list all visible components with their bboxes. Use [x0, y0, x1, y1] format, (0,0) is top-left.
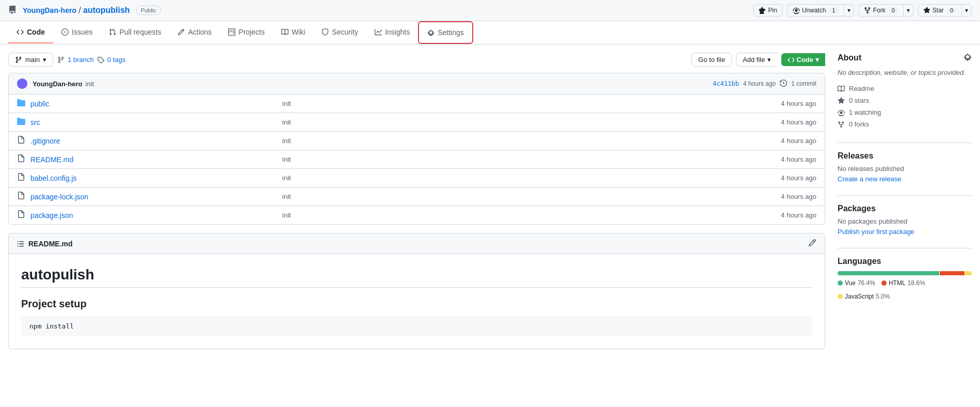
file-name[interactable]: .gitignore [30, 137, 277, 145]
tab-insights-label: Insights [385, 28, 410, 36]
fork-button[interactable]: Fork 0 [858, 4, 903, 17]
languages-section: Languages Vue 76.4% HTML 18.6% [838, 257, 972, 300]
unwatch-button[interactable]: Unwatch 1 [787, 4, 844, 17]
vue-label: Vue [845, 279, 856, 287]
vue-dot [838, 280, 843, 286]
table-row: src init 4 hours ago [9, 113, 825, 132]
watching-count-text[interactable]: 1 watching [849, 108, 881, 116]
file-time: 4 hours ago [781, 100, 816, 107]
tab-security-label: Security [332, 28, 358, 36]
readme-filename: README.md [28, 240, 73, 248]
tab-projects[interactable]: Projects [220, 22, 273, 43]
readme-heading: autopulish [21, 267, 812, 288]
commit-hash[interactable]: 4c411bb [713, 80, 739, 87]
edit-readme-button[interactable] [808, 239, 816, 248]
file-name[interactable]: public [30, 100, 277, 108]
js-dot [838, 294, 843, 299]
commit-author[interactable]: YoungDan-hero [33, 80, 83, 88]
table-row: package-lock.json init 4 hours ago [9, 187, 825, 206]
commit-meta: 4c411bb 4 hours ago 1 commit [713, 80, 816, 88]
table-row: README.md init 4 hours ago [9, 150, 825, 169]
commit-row: YoungDan-hero init 4c411bb 4 hours ago 1… [9, 73, 825, 95]
tab-pull-requests[interactable]: Pull requests [101, 22, 169, 43]
vue-lang-item: Vue 76.4% [838, 279, 875, 287]
table-row: babel.config.js init 4 hours ago [9, 169, 825, 187]
table-row: package.json init 4 hours ago [9, 206, 825, 224]
readme-link[interactable]: Readme [838, 83, 972, 95]
star-count: 0 [947, 7, 956, 13]
file-name[interactable]: src [30, 118, 277, 127]
watching-link[interactable]: 1 watching [838, 106, 972, 118]
releases-title: Releases [838, 151, 972, 161]
goto-file-button[interactable]: Go to file [692, 53, 732, 67]
repo-icon [8, 6, 17, 15]
create-release-link[interactable]: Create a new release [838, 175, 902, 183]
file-name[interactable]: package-lock.json [30, 193, 277, 201]
file-name[interactable]: package.json [30, 211, 277, 220]
js-bar [965, 271, 972, 275]
about-title: About [838, 53, 861, 62]
commit-count[interactable]: 1 commit [791, 80, 816, 87]
publish-package-link[interactable]: Publish your first package [838, 228, 914, 236]
language-bar [838, 271, 972, 275]
tags-count-link[interactable]: 0 tags [107, 56, 125, 64]
forks-link[interactable]: 0 forks [838, 118, 972, 130]
tab-pull-requests-label: Pull requests [119, 28, 161, 36]
tab-wiki[interactable]: Wiki [273, 22, 313, 43]
tab-issues-label: Issues [72, 28, 92, 36]
fork-dropdown[interactable]: ▾ [903, 4, 913, 17]
unwatch-group: Unwatch 1 ▾ [787, 4, 854, 17]
tab-insights[interactable]: Insights [366, 22, 418, 43]
file-time: 4 hours ago [781, 155, 816, 163]
gear-icon[interactable] [963, 53, 972, 62]
sidebar: About No description, website, or topics… [838, 53, 972, 349]
star-dropdown[interactable]: ▾ [961, 4, 972, 17]
code-label: Code [797, 56, 814, 64]
code-button[interactable]: Code ▾ [781, 53, 826, 66]
owner-link[interactable]: YoungDan-hero [23, 6, 76, 14]
add-file-button[interactable]: Add file ▾ [736, 53, 777, 67]
stars-count-text[interactable]: 0 stars [849, 97, 869, 104]
pin-label: Pin [768, 7, 777, 14]
releases-description: No releases published [838, 165, 972, 173]
breadcrumb: YoungDan-hero / autopublish [23, 5, 130, 16]
folder-icon [17, 99, 25, 108]
branch-selector[interactable]: main ▾ [8, 53, 53, 67]
folder-icon [17, 117, 25, 127]
unwatch-count: 1 [829, 7, 839, 13]
tab-settings[interactable]: Settings [418, 21, 473, 44]
vue-percent: 76.4% [858, 279, 875, 287]
html-dot [881, 280, 887, 286]
unwatch-dropdown[interactable]: ▾ [844, 4, 854, 17]
tab-wiki-label: Wiki [292, 28, 305, 36]
code-button-group: Code ▾ [781, 53, 826, 66]
file-name[interactable]: README.md [30, 155, 277, 164]
packages-description: No packages published [838, 217, 972, 225]
forks-count-text[interactable]: 0 forks [849, 120, 869, 128]
tab-security[interactable]: Security [313, 22, 366, 43]
fork-count: 0 [889, 7, 898, 13]
file-time: 4 hours ago [781, 118, 816, 126]
branch-count-link[interactable]: 1 branch [68, 56, 94, 64]
repo-link[interactable]: autopublish [83, 6, 130, 15]
file-icon [17, 136, 25, 146]
file-time: 4 hours ago [781, 211, 816, 219]
html-label: HTML [889, 279, 906, 287]
vue-bar [838, 271, 939, 275]
star-group: Star 0 ▾ [918, 4, 972, 17]
readme-link-text[interactable]: Readme [849, 85, 874, 92]
pin-button[interactable]: Pin [753, 4, 783, 17]
file-name[interactable]: babel.config.js [30, 174, 277, 182]
tab-code[interactable]: Code [8, 22, 53, 43]
readme-code: npm install [21, 316, 812, 336]
about-description: No description, website, or topics provi… [838, 69, 972, 76]
star-button[interactable]: Star 0 [918, 4, 961, 17]
tab-code-label: Code [27, 28, 45, 36]
tab-actions[interactable]: Actions [169, 22, 220, 43]
file-icon [17, 210, 25, 220]
about-header: About [838, 53, 972, 62]
stars-link[interactable]: 0 stars [838, 95, 972, 106]
readme-box: README.md autopulish Project setup npm i… [8, 233, 825, 349]
tab-issues[interactable]: Issues [53, 22, 101, 43]
js-label: JavaScript [845, 293, 874, 300]
